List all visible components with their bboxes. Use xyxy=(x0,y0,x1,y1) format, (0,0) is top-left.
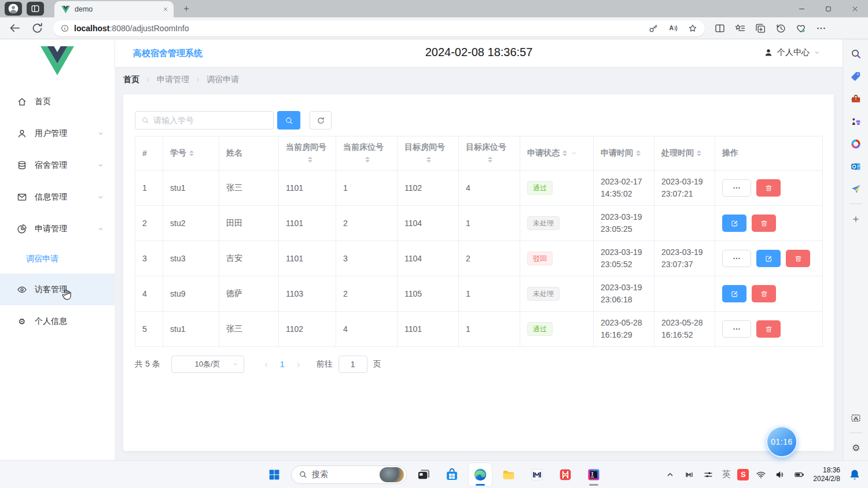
current-page[interactable]: 1 xyxy=(274,360,290,369)
taskbar-clock[interactable]: 18:36 2024/2/8 xyxy=(813,466,840,483)
drop-button[interactable] xyxy=(845,178,866,200)
breadcrumb-item[interactable]: 首页 xyxy=(123,75,139,85)
column-header-process[interactable]: 处理时间 xyxy=(654,136,715,171)
refresh-icon[interactable] xyxy=(31,21,44,35)
column-header-status[interactable]: 申请状态 xyxy=(520,136,594,171)
microsoft-365-button[interactable] xyxy=(845,132,866,155)
read-aloud-button[interactable]: A xyxy=(668,23,678,34)
more-button[interactable] xyxy=(722,250,751,267)
favorite-star-button[interactable] xyxy=(687,23,698,34)
column-header-apply[interactable]: 申请时间 xyxy=(594,136,654,171)
games-button[interactable] xyxy=(845,110,866,132)
sidebar-item-dorm-management[interactable]: 宿舍管理 xyxy=(0,149,115,181)
sort-caret-icon[interactable] xyxy=(488,154,492,165)
more-button[interactable] xyxy=(722,320,751,338)
address-bar[interactable]: localhost:8080/adjustRoomInfo A xyxy=(53,20,705,36)
notification-bell-icon[interactable] xyxy=(848,468,861,481)
column-header-tgt_bed[interactable]: 目标床位号 xyxy=(459,136,520,171)
ime-indicator[interactable]: 英 xyxy=(720,469,732,480)
edit-button[interactable] xyxy=(722,215,746,232)
sort-caret-icon[interactable] xyxy=(562,148,567,158)
column-header-cur_bed[interactable]: 当前床位号 xyxy=(336,136,398,171)
sort-caret-icon[interactable] xyxy=(636,148,641,158)
page-size-select[interactable]: 10条/页 xyxy=(171,356,244,373)
tray-m-button[interactable] xyxy=(682,468,696,482)
volume-button[interactable] xyxy=(773,468,787,482)
start-button[interactable] xyxy=(263,463,286,486)
sogou-input-icon[interactable]: S xyxy=(737,469,749,480)
more-button[interactable] xyxy=(815,23,827,34)
sidebar-search-button[interactable] xyxy=(845,42,866,65)
sidebar-item-info-management[interactable]: 信息管理 xyxy=(0,181,115,213)
delete-button[interactable] xyxy=(752,215,776,232)
student-id-search-input[interactable] xyxy=(153,116,267,125)
split-screen-button[interactable] xyxy=(714,23,726,34)
prev-page-button[interactable] xyxy=(258,361,274,368)
taskbar-marktext-button[interactable] xyxy=(525,463,549,486)
tray-chevron-button[interactable] xyxy=(663,468,677,482)
delete-button[interactable] xyxy=(786,250,810,267)
minimize-icon xyxy=(797,5,806,13)
sidebar-item-home[interactable]: 首页 xyxy=(0,86,115,117)
user-menu[interactable]: 个人中心 xyxy=(764,47,821,58)
sort-caret-icon[interactable] xyxy=(365,154,370,165)
maximize-button[interactable] xyxy=(815,0,841,17)
more-button[interactable] xyxy=(722,179,751,197)
column-header-cur_room[interactable]: 当前房间号 xyxy=(279,136,336,171)
favorites-button[interactable] xyxy=(734,23,746,34)
profile-button[interactable] xyxy=(5,2,22,16)
refresh-table-button[interactable] xyxy=(310,111,332,130)
customize-sidebar-button[interactable] xyxy=(845,208,866,230)
taskbar-edge-button[interactable] xyxy=(469,463,492,486)
goto-page-input[interactable] xyxy=(339,356,367,373)
taskbar-appgallery-button[interactable] xyxy=(554,463,577,486)
sort-caret-icon[interactable] xyxy=(426,154,431,165)
edit-button[interactable] xyxy=(756,250,781,267)
collections-button[interactable] xyxy=(755,23,766,34)
taskbar-explorer-button[interactable] xyxy=(497,463,520,486)
browser-tab[interactable]: demo xyxy=(54,1,174,17)
column-header-label: 处理时间 xyxy=(661,148,694,158)
close-button[interactable] xyxy=(841,0,868,17)
next-page-button[interactable] xyxy=(290,361,307,368)
key-button[interactable] xyxy=(648,23,659,34)
screen: demo localhost:8080/adjustRoomInfo A 首页用… xyxy=(0,0,868,488)
toolbox-button[interactable] xyxy=(845,87,866,110)
back-icon[interactable] xyxy=(8,21,21,35)
new-tab-button[interactable] xyxy=(178,1,194,17)
sidebar-item-application-management[interactable]: 申请管理 xyxy=(0,213,115,245)
wifi-button[interactable] xyxy=(754,468,768,482)
search-button[interactable] xyxy=(277,111,300,130)
tab-close-icon[interactable] xyxy=(162,6,169,13)
minimize-button[interactable] xyxy=(788,0,815,17)
breadcrumb-item[interactable]: 申请管理 xyxy=(157,75,189,85)
shopping-button[interactable] xyxy=(845,65,866,87)
battery-button[interactable] xyxy=(792,468,806,482)
taskbar-store-button[interactable] xyxy=(440,463,464,486)
recording-timer[interactable]: 01:16 xyxy=(766,426,797,457)
browser-essentials-button[interactable] xyxy=(795,23,807,34)
workspaces-button[interactable] xyxy=(27,2,44,16)
screenshot-button[interactable] xyxy=(845,406,866,429)
taskbar-task-view-button[interactable] xyxy=(412,463,435,486)
column-header-tgt_room[interactable]: 目标房间号 xyxy=(398,136,459,171)
outlook-button[interactable] xyxy=(845,155,866,178)
site-info-icon[interactable] xyxy=(60,24,69,33)
taskbar-search[interactable]: 搜索 xyxy=(291,465,407,484)
sidebar-item-user-management[interactable]: 用户管理 xyxy=(0,117,115,149)
sort-caret-icon[interactable] xyxy=(697,148,701,158)
sort-caret-icon[interactable] xyxy=(308,154,312,165)
history-button[interactable] xyxy=(775,23,786,34)
taskbar-intellij-button[interactable] xyxy=(582,463,605,486)
tray-sliders-button[interactable] xyxy=(701,468,715,482)
sidebar-item-personal-info[interactable]: ⚙个人信息 xyxy=(0,305,115,337)
column-header-sid[interactable]: 学号 xyxy=(163,136,219,171)
delete-button[interactable] xyxy=(756,179,781,197)
sidebar-item-visitor-management[interactable]: 访客管理 xyxy=(0,273,115,305)
delete-button[interactable] xyxy=(752,285,776,302)
sidebar-item-adjust-application[interactable]: 调宿申请 xyxy=(0,245,115,273)
settings-button[interactable]: ⚙ xyxy=(845,437,866,459)
sort-caret-icon[interactable] xyxy=(189,148,194,158)
edit-button[interactable] xyxy=(722,285,746,302)
delete-button[interactable] xyxy=(756,320,781,338)
